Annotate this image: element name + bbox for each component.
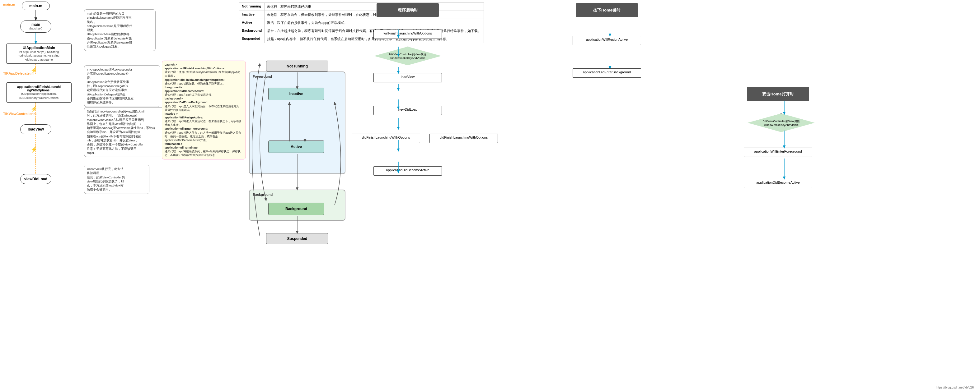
file-label-tikappdelegate: TIKAppDelegate.m (3, 71, 33, 75)
method-did-finish-2: didFinishLaunchingWithOptions (430, 134, 498, 143)
double-home-arrows (753, 101, 815, 197)
launch-annotation: Launch-> application:willFinishLaunching… (162, 61, 246, 160)
node-app-delegate: application:willFinishLaunchi ngWithOpti… (6, 82, 72, 103)
state-arrows (247, 57, 350, 256)
node-main-m: main.m (22, 2, 50, 10)
annotation-loadview: 当访问到TIKViewController的view属性为nil 时，此方法被调… (84, 107, 165, 157)
node-uiappmain: UIApplicationMain int argc, char *argv[]… (6, 44, 72, 64)
annotation-main: main函数是一切程序的入口， principalClassName是应用程序主… (84, 9, 156, 51)
annotation-tikapp: TIKAppDelegate继承UIResponder 并实现UIApplica… (84, 65, 160, 107)
url-bar: https://blog.csdn.net/yb/326 (936, 386, 974, 389)
panel-launch: 程序启动时 (377, 3, 439, 17)
launch-col-arrows (352, 17, 445, 188)
lightning-2: ⚡ (30, 106, 37, 112)
node-viewdidload: viewDidLoad (20, 174, 51, 184)
file-label-main: main.m (3, 3, 15, 6)
panel-double-home: 双击Home打开时 (747, 87, 809, 101)
panel-home: 按下Home键时 (576, 3, 638, 17)
home-col-arrows (582, 17, 638, 85)
table-row-not-running: Not running 未运行 - 程序未启动或已结束 (239, 3, 484, 11)
annotation-viewdidload: @loadView执行完，此方法 将被调用。 注意：如果ViewControll… (84, 165, 150, 194)
node-loadview: loadView (20, 124, 51, 134)
lightning-3: ⚡ (30, 146, 37, 153)
lightning-1: ⚡ (30, 67, 37, 74)
node-main-func: main (int,char*) (20, 20, 51, 33)
